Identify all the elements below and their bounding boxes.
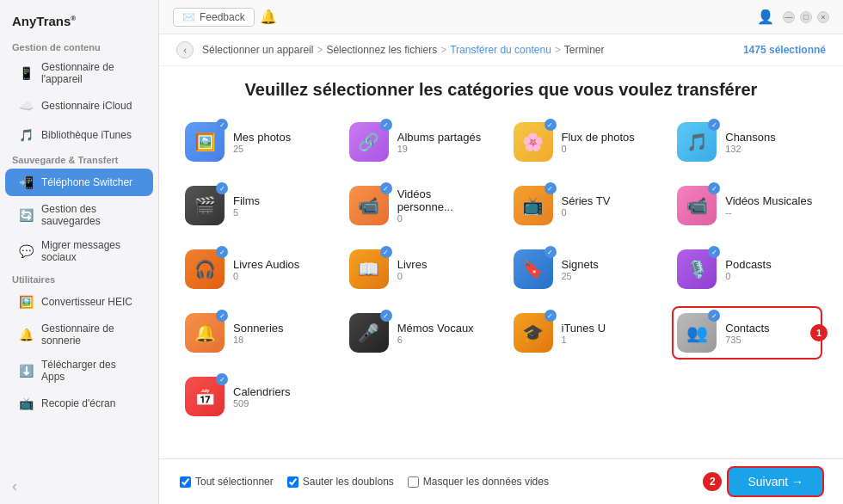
category-item-films[interactable]: 🎬✓Films5 (180, 179, 330, 232)
select-all-label: Tout sélectionner (195, 476, 274, 488)
sidebar-item-gestionnaire-appareil[interactable]: 📱 Gestionnaire de l'appareil (5, 56, 153, 90)
breadcrumb-sep-1: > (317, 44, 323, 56)
category-name-flux-photos: Flux de photos (562, 131, 635, 144)
sidebar-item-gestionnaire-icloud[interactable]: ☁️ Gestionnaire iCloud (5, 92, 153, 120)
category-name-livres: Livres (397, 258, 428, 271)
category-name-mes-photos: Mes photos (233, 131, 291, 144)
sidebar-collapse-button[interactable]: ‹ (0, 469, 158, 504)
category-item-livres[interactable]: 📖✓Livres0 (344, 243, 495, 296)
mail-icon: ✉️ (182, 11, 195, 23)
category-icon-podcasts: 🎙️✓ (677, 249, 717, 289)
select-all-checkbox[interactable] (180, 476, 191, 488)
sidebar-item-label: Télécharger des Apps (41, 359, 141, 383)
category-name-memos-vocaux: Mémos Vocaux (397, 322, 474, 335)
category-icon-chansons: 🎵✓ (677, 122, 717, 162)
category-item-signets[interactable]: 🔖✓Signets25 (508, 243, 659, 296)
next-button[interactable]: Suivant → (729, 468, 822, 495)
sidebar-item-telecharger-apps[interactable]: ⬇️ Télécharger des Apps (5, 353, 153, 388)
skip-duplicates-checkbox-label[interactable]: Sauter les doublons (287, 476, 394, 488)
itunes-icon: 🎵 (17, 126, 34, 144)
content-area: Veuillez sélectionner les catégories que… (159, 66, 843, 458)
category-item-series-tv[interactable]: 📺✓Séries TV0 (508, 179, 659, 232)
breadcrumb-step-2: Sélectionnez les fichiers (326, 44, 437, 56)
breadcrumb-step-1: Sélectionner un appareil (202, 44, 313, 56)
feedback-button[interactable]: ✉️ Feedback (173, 8, 255, 27)
category-item-memos-vocaux[interactable]: 🎤✓Mémos Vocaux6 (344, 306, 495, 360)
category-icon-videos-personne: 📹✓ (349, 186, 389, 225)
sidebar-item-label: Recopie d'écran (41, 397, 115, 409)
category-item-sonneries[interactable]: 🔔✓Sonneries18 (180, 306, 330, 360)
category-count-podcasts: 0 (725, 271, 771, 281)
heic-icon: 🖼️ (17, 293, 34, 310)
main-content: ✉️ Feedback 🔔 👤 — □ × ‹ Sélectionner un … (159, 0, 843, 504)
category-item-albums-partages[interactable]: 🔗✓Albums partagés19 (344, 115, 495, 169)
profile-icon[interactable]: 👤 (757, 9, 774, 25)
sidebar-item-gestion-sauvegardes[interactable]: 🔄 Gestion des sauvegardes (5, 198, 153, 232)
page-title: Veuillez sélectionner les catégories que… (180, 80, 822, 100)
sidebar-item-migrer-messages[interactable]: 💬 Migrer messages sociaux (5, 234, 153, 268)
category-count-videos-personne: 0 (397, 213, 489, 224)
hide-empty-checkbox[interactable] (408, 476, 419, 488)
category-item-itunes-u[interactable]: 🎓✓iTunes U1 (508, 306, 659, 360)
topbar-left: ✉️ Feedback 🔔 (173, 8, 277, 27)
step2-badge: 2 (703, 472, 722, 491)
category-name-videos-musicales: Vidéos Musicales (725, 194, 812, 207)
sidebar-item-label: Migrer messages sociaux (41, 239, 141, 263)
category-name-chansons: Chansons (725, 131, 776, 144)
breadcrumb: ‹ Sélectionner un appareil > Sélectionne… (176, 41, 605, 58)
category-name-itunes-u: iTunes U (562, 322, 606, 335)
category-name-livres-audios: Livres Audios (233, 258, 299, 271)
maximize-button[interactable]: □ (800, 11, 812, 23)
sidebar-item-bibliotheque-itunes[interactable]: 🎵 Bibliothèque iTunes (5, 121, 153, 149)
category-count-films: 5 (233, 207, 260, 218)
category-name-calendriers: Calendriers (233, 385, 290, 398)
breadcrumb-sep-2: > (440, 44, 446, 56)
category-item-videos-personne[interactable]: 📹✓Vidéos personne...0 (344, 179, 495, 232)
sidebar-item-convertisseur-heic[interactable]: 🖼️ Convertisseur HEIC (5, 288, 153, 316)
category-icon-calendriers: 📅✓ (185, 377, 225, 416)
minimize-button[interactable]: — (783, 11, 795, 23)
category-item-chansons[interactable]: 🎵✓Chansons132 (672, 115, 822, 169)
category-item-livres-audios[interactable]: 🎧✓Livres Audios0 (180, 243, 330, 296)
breadcrumb-step-4: Terminer (564, 44, 605, 56)
skip-duplicates-checkbox[interactable] (287, 476, 298, 488)
download-apps-icon: ⬇️ (17, 362, 34, 379)
sidebar-item-recopie-ecran[interactable]: 📺 Recopie d'écran (5, 390, 153, 417)
hide-empty-checkbox-label[interactable]: Masquer les données vides (408, 476, 549, 488)
social-messages-icon: 💬 (17, 243, 34, 260)
sidebar-item-telephone-switcher[interactable]: 📲 Téléphone Switcher (5, 169, 153, 196)
category-item-mes-photos[interactable]: 🖼️✓Mes photos25 (180, 115, 330, 169)
back-button[interactable]: ‹ (176, 41, 194, 58)
icloud-icon: ☁️ (17, 97, 34, 114)
category-item-calendriers[interactable]: 📅✓Calendriers509 (180, 370, 330, 423)
select-all-checkbox-label[interactable]: Tout sélectionner (180, 476, 274, 488)
category-item-contacts[interactable]: 👥✓Contacts7351 (672, 306, 822, 360)
sidebar-item-label: Gestion des sauvegardes (41, 203, 141, 227)
category-name-films: Films (233, 194, 260, 207)
sidebar-item-label: Gestionnaire de l'appareil (41, 61, 141, 85)
bottom-bar: Tout sélectionner Sauter les doublons Ma… (159, 458, 843, 504)
category-icon-films: 🎬✓ (185, 186, 225, 225)
category-count-itunes-u: 1 (562, 335, 606, 345)
category-item-podcasts[interactable]: 🎙️✓Podcasts0 (672, 243, 822, 296)
topbar: ✉️ Feedback 🔔 👤 — □ × (159, 0, 843, 34)
category-item-videos-musicales[interactable]: 📹✓Vidéos Musicales-- (672, 179, 822, 232)
notification-icon[interactable]: 🔔 (260, 9, 277, 25)
category-name-albums-partages: Albums partagés (397, 131, 482, 144)
breadcrumb-sep-3: > (555, 44, 561, 56)
category-name-sonneries: Sonneries (233, 322, 284, 335)
bottom-checkboxes: Tout sélectionner Sauter les doublons Ma… (180, 476, 549, 488)
category-icon-series-tv: 📺✓ (514, 186, 553, 225)
category-count-calendriers: 509 (233, 398, 290, 409)
sidebar-item-label: Bibliothèque iTunes (41, 129, 132, 141)
category-grid: 🖼️✓Mes photos25🔗✓Albums partagés19🌸✓Flux… (180, 115, 822, 432)
close-button[interactable]: × (817, 11, 829, 23)
sidebar-item-gestionnaire-sonnerie[interactable]: 🔔 Gestionnaire de sonnerie (5, 317, 153, 352)
category-name-videos-personne: Vidéos personne... (397, 187, 489, 213)
category-count-mes-photos: 25 (233, 144, 291, 154)
category-item-flux-photos[interactable]: 🌸✓Flux de photos0 (508, 115, 659, 169)
category-count-chansons: 132 (725, 144, 776, 154)
category-count-livres: 0 (397, 271, 428, 281)
sidebar-section-utilitaires: Utilitaires (0, 269, 158, 287)
category-count-sonneries: 18 (233, 335, 284, 345)
